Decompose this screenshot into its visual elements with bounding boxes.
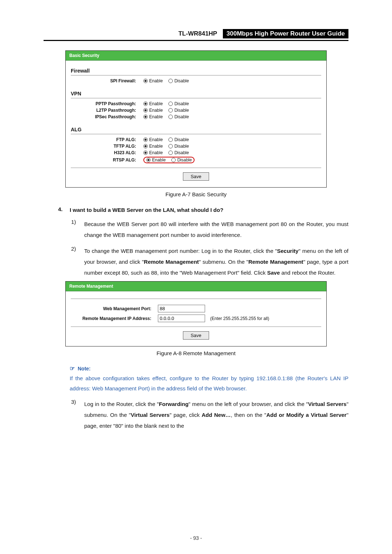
- figure-a8-caption: Figure A-8 Remote Management: [44, 350, 348, 356]
- radio-rtsp-enable[interactable]: Enable: [146, 157, 166, 163]
- radio-tftp-enable[interactable]: Enable: [143, 144, 163, 149]
- radio-l2tp-disable[interactable]: Disable: [168, 108, 189, 113]
- hint-remote-ip: (Enter 255.255.255.255 for all): [210, 316, 269, 321]
- radio-tftp-disable[interactable]: Disable: [168, 144, 189, 149]
- q4-text: I want to build a WEB Server on the LAN,…: [70, 206, 348, 214]
- radio-circle-icon: [168, 144, 173, 148]
- rtsp-highlight-oval: Enable Disable: [143, 157, 195, 163]
- panel-title: Basic Security: [66, 51, 326, 61]
- label-rtsp-alg: RTSP ALG:: [71, 157, 143, 163]
- input-web-port[interactable]: [158, 305, 205, 312]
- row-remote-ip: Remote Management IP Address: (Enter 255…: [71, 315, 321, 322]
- row-ftp-alg: FTP ALG: Enable Disable: [71, 137, 321, 142]
- radio-rtsp-disable[interactable]: Disable: [171, 157, 192, 163]
- radio-dot-icon: [143, 102, 148, 106]
- label-remote-ip: Remote Management IP Address:: [71, 316, 158, 321]
- step-2: 2) To change the WEB management port num…: [71, 246, 348, 278]
- step1-num: 1): [71, 219, 84, 241]
- panel-title-rm: Remote Management: [66, 282, 326, 291]
- radio-pptp-disable[interactable]: Disable: [168, 101, 189, 106]
- step3-num: 3): [71, 399, 84, 431]
- radio-dot-icon: [146, 158, 151, 162]
- radio-pptp-enable[interactable]: Enable: [143, 101, 163, 106]
- save-button-rm[interactable]: Save: [183, 331, 209, 340]
- input-remote-ip[interactable]: [158, 315, 205, 322]
- radio-circle-icon: [168, 138, 173, 142]
- row-web-port: Web Management Port:: [71, 305, 321, 312]
- radio-ipsec-disable[interactable]: Disable: [168, 114, 189, 119]
- radio-h323-enable[interactable]: Enable: [143, 150, 163, 155]
- radio-circle-icon: [168, 115, 173, 119]
- label-web-port: Web Management Port:: [71, 306, 158, 311]
- radio-spi-disable[interactable]: Disable: [168, 78, 189, 83]
- section-firewall: Firewall: [71, 66, 321, 75]
- radio-ftp-enable[interactable]: Enable: [143, 137, 163, 142]
- radio-spi-enable[interactable]: Enable: [143, 78, 163, 83]
- label-ftp-alg: FTP ALG:: [71, 137, 143, 142]
- radio-h323-disable[interactable]: Disable: [168, 150, 189, 155]
- doc-header: TL-WR841HP 300Mbps High Power Router Use…: [44, 29, 348, 41]
- step2-text: To change the WEB management port number…: [84, 246, 348, 278]
- doc-title: 300Mbps High Power Router User Guide: [223, 29, 348, 38]
- radio-circle-icon: [168, 102, 173, 106]
- row-pptp: PPTP Passthrough: Enable Disable: [71, 101, 321, 106]
- step-1: 1) Because the WEB Server port 80 will i…: [71, 219, 348, 241]
- row-rtsp-alg: RTSP ALG: Enable Disable: [71, 157, 321, 163]
- figure-a7-panel: Basic Security Firewall SPI Firewall: En…: [65, 50, 327, 188]
- figure-a7-caption: Figure A-7 Basic Security: [44, 191, 348, 197]
- label-h323-alg: H323 ALG:: [71, 150, 143, 155]
- radio-circle-icon: [168, 108, 173, 112]
- radio-circle-icon: [168, 151, 173, 155]
- q4-number: 4.: [58, 206, 70, 214]
- radio-circle-icon: [171, 158, 176, 162]
- model-number: TL-WR841HP: [178, 30, 217, 37]
- label-tftp-alg: TFTP ALG:: [71, 144, 143, 149]
- step3-text: Log in to the Router, click the "Forward…: [84, 399, 348, 431]
- radio-dot-icon: [143, 115, 148, 119]
- step2-num: 2): [71, 246, 84, 278]
- radio-dot-icon: [143, 138, 148, 142]
- note-heading: Note:: [78, 366, 91, 372]
- section-alg: ALG: [71, 124, 321, 134]
- radio-ipsec-enable[interactable]: Enable: [143, 114, 163, 119]
- row-spi-firewall: SPI Firewall: Enable Disable: [71, 78, 321, 83]
- radio-dot-icon: [143, 108, 148, 112]
- radio-dot-icon: [143, 144, 148, 148]
- question-4: 4. I want to build a WEB Server on the L…: [58, 206, 348, 214]
- radio-dot-icon: [143, 79, 148, 83]
- radio-dot-icon: [143, 151, 148, 155]
- note-block: ☞ Note: If the above configuration takes…: [70, 365, 348, 394]
- radio-circle-icon: [168, 79, 173, 83]
- section-vpn: VPN: [71, 89, 321, 98]
- label-spi-firewall: SPI Firewall:: [71, 78, 143, 83]
- pointing-hand-icon: ☞: [70, 365, 75, 372]
- step-3: 3) Log in to the Router, click the "Forw…: [71, 399, 348, 431]
- label-ipsec: IPSec Passthrough:: [71, 114, 143, 119]
- save-button[interactable]: Save: [183, 172, 209, 181]
- radio-l2tp-enable[interactable]: Enable: [143, 108, 163, 113]
- figure-a8-panel: Remote Management Web Management Port: R…: [65, 281, 327, 346]
- radio-ftp-disable[interactable]: Disable: [168, 137, 189, 142]
- label-l2tp: L2TP Passthrough:: [71, 108, 143, 113]
- row-l2tp: L2TP Passthrough: Enable Disable: [71, 108, 321, 113]
- page-number: - 93 -: [0, 535, 392, 541]
- note-text: If the above configuration takes effect,…: [70, 373, 348, 394]
- label-pptp: PPTP Passthrough:: [71, 101, 143, 106]
- step1-text: Because the WEB Server port 80 will inte…: [84, 219, 348, 241]
- row-h323-alg: H323 ALG: Enable Disable: [71, 150, 321, 155]
- row-ipsec: IPSec Passthrough: Enable Disable: [71, 114, 321, 119]
- row-tftp-alg: TFTP ALG: Enable Disable: [71, 144, 321, 149]
